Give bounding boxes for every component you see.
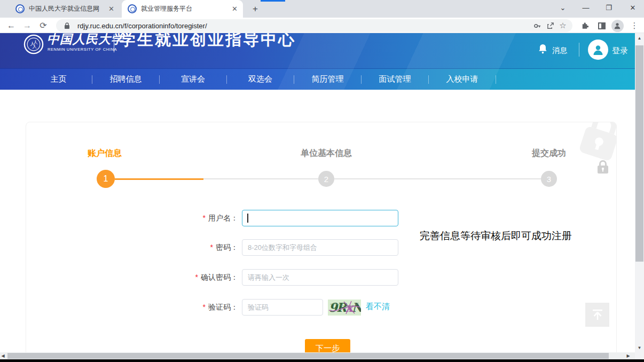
required-mark: * xyxy=(195,273,198,281)
required-mark: * xyxy=(210,243,213,251)
ruc-logo: 人 人 人 xyxy=(23,34,44,54)
step-label-submitted: 提交成功 xyxy=(532,148,566,159)
registration-note: 完善信息等待审核后即可成功注册 xyxy=(420,229,572,243)
side-panel-icon[interactable] xyxy=(595,19,609,33)
password-key-icon[interactable] xyxy=(531,19,544,32)
captcha-refresh-link[interactable]: 看不清 xyxy=(366,302,390,312)
forward-button[interactable]: → xyxy=(20,19,34,33)
logo-divider xyxy=(114,34,114,52)
vertical-scrollbar-thumb[interactable] xyxy=(635,45,643,262)
nav-item-job-fair[interactable]: 双选会 xyxy=(227,74,294,84)
bookmark-star-icon[interactable]: ☆ xyxy=(556,19,569,32)
messages-link[interactable]: 消息 xyxy=(552,46,567,56)
page-viewport: 人 人 人 中国人民大学 RENMIN UNIVERSITY OF CHINA … xyxy=(0,33,644,362)
scroll-left-icon[interactable]: ◀ xyxy=(0,353,7,358)
ssl-lock-icon xyxy=(60,19,73,32)
form-row-username: *用户名： xyxy=(26,210,617,227)
scroll-right-icon[interactable]: ▶ xyxy=(624,353,633,358)
tab-title: 就业管理服务平台 xyxy=(141,4,229,13)
watermark-lock-icon xyxy=(574,122,617,165)
nav-item-recruitment[interactable]: 招聘信息 xyxy=(92,74,159,84)
captcha-input[interactable] xyxy=(242,299,323,316)
back-to-top-button[interactable] xyxy=(585,303,609,327)
window-minimize-button[interactable]: — xyxy=(575,0,596,16)
required-mark: * xyxy=(203,303,206,311)
step-label-account: 账户信息 xyxy=(88,148,122,159)
confirm-password-label: 确认密码： xyxy=(201,273,238,281)
address-bar[interactable]: rdjy.ruc.edu.cn/f/corporationinfo/toregi… xyxy=(56,19,572,32)
login-link[interactable]: 登录 xyxy=(612,46,628,56)
password-input[interactable] xyxy=(242,239,398,256)
main-nav: 主页 招聘信息 宣讲会 双选会 简历管理 面试管理 入校申请 xyxy=(0,68,635,90)
horizontal-scrollbar-thumb[interactable] xyxy=(7,353,609,359)
nav-item-home[interactable]: 主页 xyxy=(25,74,92,84)
step-circle-3: 3 xyxy=(541,171,557,187)
tab-title: 中国人民大学就业信息网 xyxy=(29,4,105,13)
horizontal-scrollbar[interactable]: ◀ ▶ xyxy=(0,352,635,359)
confirm-password-input[interactable] xyxy=(242,269,398,286)
registration-card: 账户信息 单位基本信息 提交成功 1 2 3 *用户名： *密码： *确认密码：… xyxy=(26,122,617,362)
bell-icon[interactable] xyxy=(538,44,547,56)
svg-text:人: 人 xyxy=(32,44,37,49)
nav-separator xyxy=(496,75,496,84)
step-circle-2: 2 xyxy=(318,171,334,187)
browser-menu-icon[interactable]: ⋮ xyxy=(627,19,641,33)
profile-avatar[interactable] xyxy=(610,19,624,33)
login-avatar-icon[interactable] xyxy=(588,40,608,60)
captcha-label: 验证码： xyxy=(208,303,238,311)
nav-item-resume[interactable]: 简历管理 xyxy=(294,74,361,84)
small-lock-icon xyxy=(596,160,610,175)
tab-employment-platform[interactable]: 就业管理服务平台 ✕ xyxy=(122,0,243,18)
back-button[interactable]: ← xyxy=(4,19,18,33)
ruc-favicon xyxy=(128,4,137,13)
form-row-captcha: *验证码： 9RxN 看不清 xyxy=(26,299,617,316)
ruc-favicon xyxy=(15,4,25,13)
text-caret xyxy=(247,214,248,223)
nav-item-interview[interactable]: 面试管理 xyxy=(362,74,428,84)
captcha-image[interactable]: 9RxN xyxy=(328,300,361,316)
password-label: 密码： xyxy=(216,243,238,251)
step-progress-line xyxy=(115,178,203,180)
captcha-noise-lines xyxy=(328,300,361,316)
university-name-en: RENMIN UNIVERSITY OF CHINA xyxy=(48,47,117,52)
browser-toolbar: ← → ⟳ rdjy.ruc.edu.cn/f/corporationinfo/… xyxy=(0,18,644,33)
header-divider xyxy=(579,43,579,57)
reload-button[interactable]: ⟳ xyxy=(36,19,50,33)
active-tab-accent xyxy=(261,0,285,2)
step-line xyxy=(334,178,541,179)
nav-item-campus-entry[interactable]: 入校申请 xyxy=(429,74,496,84)
browser-tab-strip: 中国人民大学就业信息网 ✕ 就业管理服务平台 ✕ + ⌄ — ❐ ✕ xyxy=(0,0,644,18)
required-mark: * xyxy=(203,214,206,222)
url-text[interactable]: rdjy.ruc.edu.cn/f/corporationinfo/toregi… xyxy=(77,22,531,30)
university-name-cn: 中国人民大学 xyxy=(47,33,124,48)
tab-close-icon[interactable]: ✕ xyxy=(105,5,120,13)
tab-ruc-job-info[interactable]: 中国人民大学就业信息网 ✕ xyxy=(10,0,120,18)
site-banner: 人 人 人 中国人民大学 RENMIN UNIVERSITY OF CHINA … xyxy=(0,33,635,90)
extensions-puzzle-icon[interactable] xyxy=(578,19,592,33)
share-icon[interactable] xyxy=(544,19,556,32)
username-label: 用户名： xyxy=(208,214,238,222)
window-restore-button[interactable]: ❐ xyxy=(598,0,619,16)
bottom-edge xyxy=(0,359,644,362)
window-chevron-icon[interactable]: ⌄ xyxy=(552,0,574,16)
step-label-company-info: 单位基本信息 xyxy=(301,148,352,159)
step-line xyxy=(203,178,318,179)
scroll-down-icon[interactable]: ▼ xyxy=(635,345,644,350)
step-circle-1: 1 xyxy=(97,170,115,188)
username-input[interactable] xyxy=(242,210,398,226)
new-tab-button[interactable]: + xyxy=(249,3,262,15)
form-row-confirm-password: *确认密码： xyxy=(26,269,617,286)
arrow-up-icon xyxy=(591,309,604,321)
site-title: 学生就业创业指导中心 xyxy=(120,33,296,51)
nav-item-info-session[interactable]: 宣讲会 xyxy=(160,74,226,84)
vertical-scrollbar[interactable]: ▲ ▼ xyxy=(635,33,644,359)
tab-close-icon[interactable]: ✕ xyxy=(229,5,243,13)
window-close-button[interactable]: ✕ xyxy=(622,0,643,16)
scroll-up-icon[interactable]: ▲ xyxy=(635,36,644,41)
site-header: 人 人 人 中国人民大学 RENMIN UNIVERSITY OF CHINA … xyxy=(0,33,635,68)
